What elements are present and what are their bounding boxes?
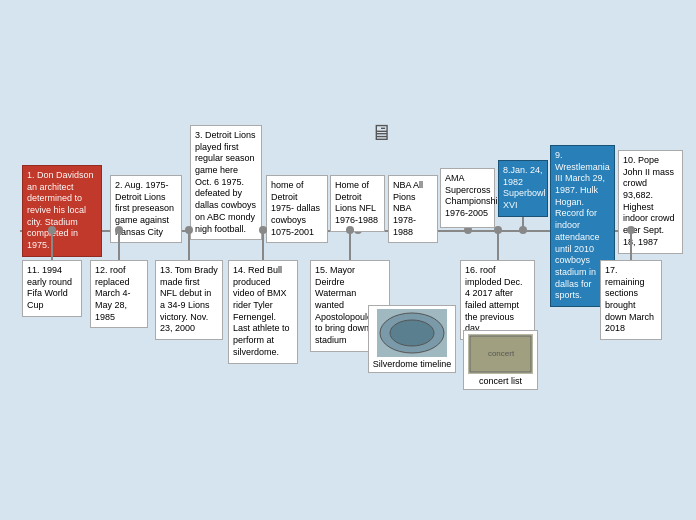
concert-image-image: concert — [468, 334, 533, 374]
event-5: Home of Detroit Lions NFL 1976-1988 — [330, 175, 385, 232]
event-1: 1. Don Davidson an architect determined … — [22, 165, 102, 257]
connector-event-13 — [188, 230, 190, 260]
event-7: AMA Supercross Championships 1976-2005 — [440, 168, 495, 228]
connector-event-11 — [51, 230, 53, 260]
event-12: 12. roof replaced March 4-May 28, 1985 — [90, 260, 148, 328]
connector-event-15 — [349, 230, 351, 260]
event-6: NBA All Pions NBA 1978-1988 — [388, 175, 438, 243]
connector-event-17 — [630, 230, 632, 260]
svg-point-1 — [390, 320, 434, 346]
silverdome-image[interactable]: Silverdome timeline — [368, 305, 456, 373]
event-16: 16. roof imploded Dec. 4 2017 after fail… — [460, 260, 535, 340]
concert-image-label: concert list — [467, 376, 534, 386]
svg-text:concert: concert — [488, 349, 515, 358]
monitor-icon: 🖥 — [370, 120, 392, 146]
event-8: 8.Jan. 24, 1982 Superbowl XVI — [498, 160, 548, 217]
event-4: home of Detroit 1975- dallas cowboys 107… — [266, 175, 328, 243]
connector-event-12 — [118, 230, 120, 260]
event-10: 10. Pope John II mass crowd 93,682. High… — [618, 150, 683, 254]
event-11: 11. 1994 early round Fifa World Cup — [22, 260, 82, 317]
concert-image[interactable]: concertconcert list — [463, 330, 538, 390]
connector-event-7 — [467, 228, 469, 230]
connector-event-14 — [262, 230, 264, 260]
event-3: 3. Detroit Lions played first regular se… — [190, 125, 262, 240]
silverdome-image-label: Silverdome timeline — [372, 359, 452, 369]
connector-event-16 — [497, 230, 499, 260]
event-13: 13. Tom Brady made first NFL debut in a … — [155, 260, 223, 340]
timeline-container: 🖥 1. Don Davidson an architect determine… — [0, 0, 696, 520]
event-14: 14. Red Bull produced video of BMX rider… — [228, 260, 298, 364]
silverdome-image-image — [377, 309, 447, 357]
event-17: 17. remaining sections brought down Marc… — [600, 260, 662, 340]
